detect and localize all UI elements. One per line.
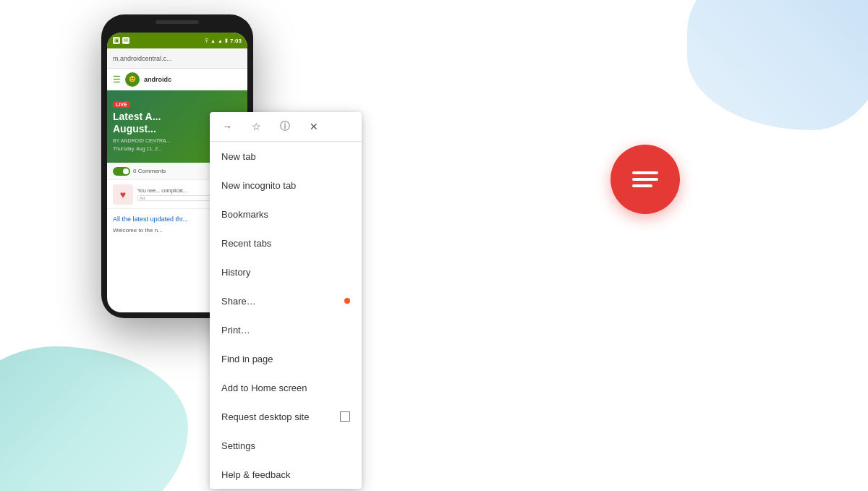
menu-item-new-tab-label: New tab — [221, 151, 256, 162]
menu-item-find-in-page[interactable]: Find in page — [210, 344, 362, 373]
menu-item-recent-tabs[interactable]: Recent tabs — [210, 229, 362, 257]
menu-item-new-incognito-tab[interactable]: New incognito tab — [210, 171, 362, 200]
background-blue-shape — [687, 0, 868, 130]
menu-item-history[interactable]: History — [210, 257, 362, 286]
menu-item-settings[interactable]: Settings — [210, 431, 362, 460]
battery-icon: ▮ — [225, 38, 228, 43]
menu-item-share-label: Share… — [221, 296, 256, 307]
bookmark-button[interactable]: ☆ — [247, 118, 265, 135]
time-display: 7:03 — [230, 38, 242, 44]
fab-line-2 — [632, 178, 658, 181]
phone-notch — [156, 20, 199, 24]
menu-item-share[interactable]: Share… — [210, 286, 362, 315]
location-icon: ⚲ — [205, 38, 208, 43]
comment-count: 0 Comments — [133, 168, 166, 174]
site-logo: 😊 — [125, 72, 140, 87]
heart-icon: ♥ — [120, 189, 126, 200]
ad-icon: ♥ — [113, 184, 133, 205]
signal-icon: ▲ — [218, 38, 223, 43]
bookmark-icon: ☆ — [252, 121, 261, 132]
info-button[interactable]: ⓘ — [276, 118, 294, 135]
chrome-menu: → ☆ ⓘ ✕ New tab New incognito tab Bookma… — [210, 112, 362, 489]
hamburger-icon: ☰ — [113, 74, 121, 85]
menu-toolbar: → ☆ ⓘ ✕ — [210, 112, 362, 142]
notification-icon: ▣ — [113, 37, 120, 44]
status-right-info: ⚲ ▲ ▲ ▮ 7:03 — [205, 38, 242, 44]
logo-icon: 😊 — [129, 76, 136, 82]
menu-item-new-incognito-tab-label: New incognito tab — [221, 180, 296, 191]
forward-button[interactable]: → — [218, 118, 236, 135]
fab-lines-icon — [632, 171, 658, 187]
close-button[interactable]: ✕ — [305, 118, 323, 135]
menu-item-request-desktop-label: Request desktop site — [221, 411, 309, 422]
status-bar: ▣ ✉ ⚲ ▲ ▲ ▮ 7:03 — [107, 33, 247, 48]
request-desktop-checkbox[interactable] — [340, 411, 350, 422]
menu-item-bookmarks-label: Bookmarks — [221, 209, 268, 220]
site-name: androidc — [144, 76, 171, 83]
menu-item-request-desktop[interactable]: Request desktop site — [210, 402, 362, 431]
menu-item-add-to-home-label: Add to Home screen — [221, 383, 307, 393]
fab-menu-button[interactable] — [610, 145, 680, 214]
message-icon: ✉ — [122, 37, 129, 44]
menu-item-new-tab[interactable]: New tab — [210, 142, 362, 171]
wifi-icon: ▲ — [210, 38, 216, 43]
menu-item-settings-label: Settings — [221, 440, 255, 451]
live-badge: LIVE — [113, 101, 130, 108]
menu-item-recent-tabs-label: Recent tabs — [221, 238, 271, 249]
comment-toggle — [113, 167, 130, 176]
fab-line-1 — [632, 171, 658, 174]
status-left-icons: ▣ ✉ — [113, 37, 129, 44]
close-icon: ✕ — [310, 121, 318, 132]
site-header: ☰ 😊 androidc — [107, 69, 247, 90]
fab-line-3 — [632, 184, 652, 187]
menu-item-bookmarks[interactable]: Bookmarks — [210, 200, 362, 229]
menu-item-find-in-page-label: Find in page — [221, 354, 273, 364]
menu-item-help-feedback[interactable]: Help & feedback — [210, 460, 362, 489]
url-text: m.androidcentral.c... — [113, 55, 242, 62]
menu-item-print[interactable]: Print… — [210, 315, 362, 344]
menu-item-add-to-home[interactable]: Add to Home screen — [210, 373, 362, 402]
share-notification-badge — [344, 298, 350, 304]
info-icon: ⓘ — [280, 120, 290, 133]
menu-item-print-label: Print… — [221, 325, 250, 336]
forward-icon: → — [222, 121, 232, 132]
menu-item-help-feedback-label: Help & feedback — [221, 469, 290, 480]
menu-item-history-label: History — [221, 267, 250, 278]
url-bar[interactable]: m.androidcentral.c... — [107, 48, 247, 69]
